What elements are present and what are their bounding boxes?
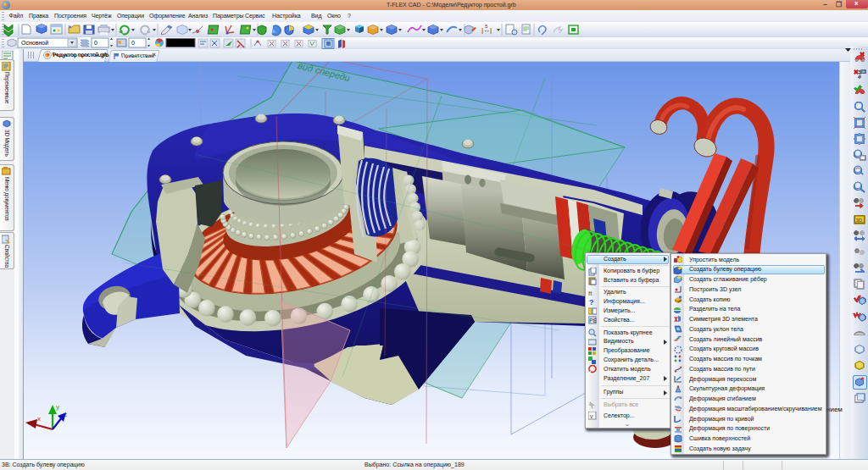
svg-text:3D: 3D xyxy=(856,218,863,223)
svg-text:y: y xyxy=(56,403,59,411)
svg-text:z: z xyxy=(64,411,67,418)
svg-text:?: ? xyxy=(589,298,594,307)
svg-text:ft: ft xyxy=(588,290,593,297)
svg-text:PE: PE xyxy=(589,318,597,323)
svg-text:v: v xyxy=(590,412,593,418)
svg-text:0: 0 xyxy=(131,40,135,46)
svg-text:0: 0 xyxy=(94,40,97,46)
svg-text:Основной: Основной xyxy=(21,40,48,46)
svg-text:x: x xyxy=(37,415,41,423)
